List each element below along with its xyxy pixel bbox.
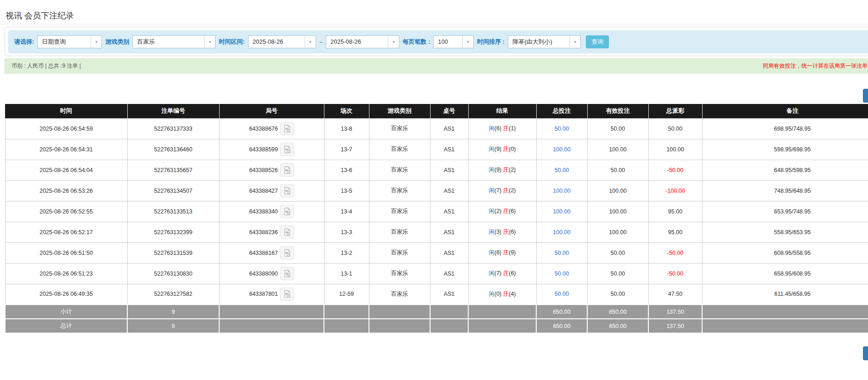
cell-result: 闲(9) 庄(0) (468, 139, 536, 160)
total-row-cell-4 (369, 319, 430, 333)
subtotal-row-cell-1: 9 (127, 305, 219, 319)
table-row: 2025-08-26 06:51:23522763130830643388090… (5, 263, 868, 284)
video-playback-button[interactable] (280, 267, 294, 280)
select-label: 请选择: (14, 38, 34, 46)
cell-total-bet: 100.00 (536, 201, 587, 222)
video-file-icon (283, 187, 291, 195)
cell-time: 2025-08-26 06:52:55 (5, 201, 127, 222)
total-bet-link[interactable]: 100.00 (553, 229, 570, 236)
video-file-icon (283, 145, 291, 154)
cell-total-bet: 50.00 (536, 284, 587, 305)
cell-valid-bet: 100.00 (587, 201, 648, 222)
round-number: 643388340 (249, 208, 278, 215)
cell-note: 611.45/658.95 (702, 284, 868, 305)
total-bet-link[interactable]: 100.00 (553, 146, 570, 153)
result-player-score: (9) (494, 167, 503, 173)
filter-container: 请选择: 日期查询 ▼ 游戏类别 百家乐 ▼ 时间区间: 2025-08-26 … (5, 27, 868, 56)
cell-payout: -50.00 (648, 242, 702, 263)
total-bet-link[interactable]: 50.00 (555, 291, 569, 297)
cell-table-no: AS1 (430, 118, 468, 139)
cell-table-no: AS1 (430, 201, 468, 222)
chevron-down-icon[interactable]: ▼ (91, 36, 102, 48)
video-playback-button[interactable] (280, 143, 294, 156)
cell-session: 13-5 (324, 180, 369, 201)
round-number: 643388167 (249, 250, 278, 256)
result-player: 闲 (488, 249, 494, 256)
cell-valid-bet: 50.00 (587, 284, 648, 305)
video-playback-button[interactable] (280, 122, 294, 135)
result-banker-score: (6) (509, 208, 516, 214)
chevron-down-icon[interactable]: ▼ (388, 36, 399, 48)
edge-action-button-top[interactable] (863, 89, 868, 103)
video-playback-button[interactable] (280, 205, 294, 218)
query-type-select[interactable]: 日期查询 ▼ (37, 35, 102, 48)
chevron-down-icon[interactable]: ▼ (462, 36, 473, 48)
round-number: 643388676 (249, 126, 278, 132)
result-banker-score: (0) (509, 146, 516, 152)
cell-bet-id: 522763134507 (127, 180, 219, 201)
chevron-down-icon[interactable]: ▼ (305, 36, 316, 48)
cell-bet-id: 522763133513 (127, 201, 219, 222)
cell-table-no: AS1 (430, 284, 468, 305)
result-player-score: (6) (494, 249, 503, 256)
cell-total-bet: 50.00 (536, 118, 587, 139)
cell-time: 2025-08-26 06:54:31 (5, 139, 127, 160)
total-bet-link[interactable]: 50.00 (555, 271, 569, 277)
subtotal-row-cell-2 (219, 305, 324, 319)
cell-table-no: AS1 (430, 180, 468, 201)
video-playback-button[interactable] (280, 225, 294, 239)
cell-game-type: 百家乐 (369, 180, 430, 201)
video-playback-button[interactable] (280, 246, 294, 259)
result-player-score: (2) (494, 208, 503, 214)
video-playback-button[interactable] (280, 163, 294, 177)
cell-round: 643388427 (219, 180, 324, 201)
result-banker-score: (6) (509, 270, 516, 276)
video-file-icon (283, 166, 291, 174)
subtotal-row-cell-5 (430, 305, 468, 319)
video-playback-button[interactable] (280, 184, 294, 197)
total-bet-link[interactable]: 50.00 (555, 126, 569, 132)
date-to-value: 2025-08-26 (326, 36, 388, 48)
total-row-cell-1: 9 (127, 319, 219, 333)
video-playback-button[interactable] (280, 288, 294, 301)
total-bet-link[interactable]: 100.00 (553, 188, 570, 194)
cell-bet-id: 522763132399 (127, 222, 219, 242)
cell-payout: 47.50 (648, 284, 702, 305)
result-banker: 庄 (503, 187, 509, 194)
total-row-cell-10 (702, 319, 868, 333)
per-page-select[interactable]: 100 ▼ (433, 35, 474, 48)
result-banker: 庄 (503, 167, 509, 173)
sort-select[interactable]: 降幂(由大到小) ▼ (508, 35, 581, 48)
result-banker: 庄 (503, 249, 509, 256)
cell-payout: -100.00 (648, 180, 702, 201)
cell-table-no: AS1 (430, 242, 468, 263)
video-file-icon (283, 290, 291, 298)
result-player: 闲 (488, 291, 494, 297)
date-from-select[interactable]: 2025-08-26 ▼ (248, 35, 316, 48)
chevron-down-icon[interactable]: ▼ (569, 36, 580, 48)
cell-session: 12-59 (324, 284, 369, 305)
cell-session: 13-1 (324, 263, 369, 284)
search-button[interactable]: 查询 (586, 35, 609, 48)
cell-bet-id: 522763137333 (127, 118, 219, 139)
round-number-with-video: 643388599 (249, 143, 294, 156)
total-bet-link[interactable]: 50.00 (555, 167, 569, 173)
date-to-select[interactable]: 2025-08-26 ▼ (326, 35, 399, 48)
total-bet-link[interactable]: 50.00 (555, 250, 569, 256)
cell-session: 13-3 (324, 222, 369, 242)
result-banker: 庄 (503, 229, 509, 235)
game-type-select[interactable]: 百家乐 ▼ (132, 35, 216, 48)
result-banker-score: (1) (509, 125, 516, 132)
chevron-down-icon[interactable]: ▼ (204, 36, 215, 48)
round-number-with-video: 643388676 (249, 122, 294, 135)
cell-round: 643388526 (219, 160, 324, 180)
round-number: 643388526 (249, 167, 278, 173)
col-header-10: 备注 (702, 104, 868, 118)
total-bet-link[interactable]: 100.00 (553, 208, 570, 215)
edge-action-button-bottom[interactable] (863, 346, 868, 360)
cell-game-type: 百家乐 (369, 284, 430, 305)
round-number: 643388236 (249, 229, 278, 236)
total-row-cell-5 (430, 319, 468, 333)
col-header-2: 局号 (219, 104, 324, 118)
cell-time: 2025-08-26 06:52:17 (5, 222, 127, 242)
